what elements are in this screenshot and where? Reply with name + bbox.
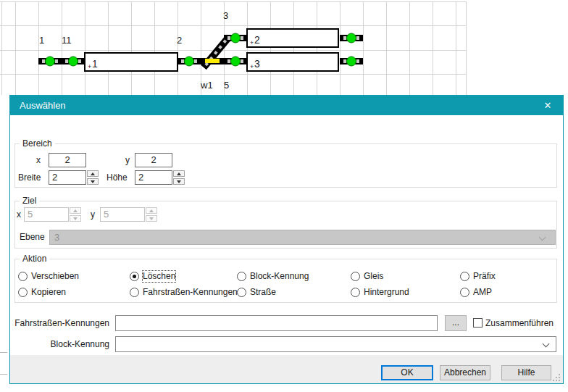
radio-icon[interactable] bbox=[18, 288, 28, 297]
ziel-y-spinner: 5 bbox=[100, 207, 157, 222]
block[interactable] bbox=[247, 53, 338, 71]
ziel-y-label: y bbox=[91, 207, 95, 222]
sensor-dot[interactable] bbox=[347, 57, 356, 66]
track-tie bbox=[227, 36, 230, 40]
resize-grip-icon[interactable] bbox=[553, 374, 560, 381]
group-bereich-label: Bereich bbox=[20, 138, 55, 149]
track-label: 2 bbox=[177, 35, 182, 46]
close-icon[interactable]: ✕ bbox=[532, 96, 563, 115]
radio-icon[interactable] bbox=[130, 288, 139, 297]
block-label: + bbox=[88, 63, 91, 70]
chevron-up-icon bbox=[149, 209, 154, 212]
radio-praefix[interactable]: Präfix bbox=[460, 270, 496, 282]
track-tie bbox=[55, 59, 58, 63]
hoehe-spinner[interactable]: 2 bbox=[135, 170, 185, 185]
track-plan-canvas[interactable]: +1+2+311123w15 bbox=[0, 0, 568, 95]
hoehe-spin-down[interactable] bbox=[173, 178, 185, 185]
hoehe-spin-up[interactable] bbox=[173, 170, 185, 177]
switch-state-yellow bbox=[205, 59, 220, 63]
radio-verschieben[interactable]: Verschieben bbox=[18, 270, 79, 282]
ziel-y-input: 5 bbox=[100, 207, 145, 222]
dialog-footer: OK Abbrechen Hilfe bbox=[10, 355, 563, 383]
ziel-y-spin-down bbox=[146, 215, 157, 222]
radio-icon[interactable] bbox=[18, 272, 28, 281]
track-tie bbox=[194, 59, 197, 63]
block-kennung-label: Block-Kennung bbox=[10, 336, 109, 352]
hoehe-input[interactable]: 2 bbox=[135, 170, 172, 185]
radio-icon[interactable] bbox=[351, 272, 360, 281]
browse-button[interactable]: ... bbox=[445, 315, 467, 331]
chevron-down-icon bbox=[543, 341, 550, 348]
ziel-x-label: x bbox=[17, 207, 21, 222]
dialog-body: Bereich x 2 y 2 Breite 2 Höhe 2 bbox=[10, 115, 563, 383]
track-label: 5 bbox=[224, 80, 229, 91]
track-tie bbox=[343, 59, 346, 63]
breite-input[interactable]: 2 bbox=[49, 170, 86, 185]
breite-spinner[interactable]: 2 bbox=[49, 170, 99, 185]
sensor-dot[interactable] bbox=[185, 57, 194, 66]
radio-icon[interactable] bbox=[460, 272, 469, 281]
track-tie bbox=[241, 59, 243, 63]
sensor-dot[interactable] bbox=[347, 33, 356, 43]
ziel-y-spin-up bbox=[146, 207, 157, 214]
ok-button[interactable]: OK bbox=[381, 365, 433, 380]
sensor-dot[interactable] bbox=[231, 57, 241, 66]
ebene-label: Ebene bbox=[20, 230, 45, 244]
track-label: w1 bbox=[200, 80, 213, 91]
group-aktion: Aktion Verschieben Löschen Block-Kennung… bbox=[14, 259, 557, 303]
bereich-x-input[interactable]: 2 bbox=[49, 153, 86, 167]
track-tie bbox=[65, 59, 68, 63]
zusammenfuehren-label: Zusammenführen bbox=[485, 316, 554, 330]
radio-amp[interactable]: AMP bbox=[460, 286, 492, 298]
radio-loeschen[interactable]: Löschen bbox=[130, 270, 175, 282]
block[interactable] bbox=[247, 29, 338, 47]
fahrstrassen-input[interactable] bbox=[115, 315, 438, 331]
radio-block-kennung[interactable]: Block-Kennung bbox=[237, 270, 309, 282]
radio-icon[interactable] bbox=[351, 288, 360, 297]
sensor-dot[interactable] bbox=[231, 33, 241, 43]
zusammenfuehren-checkbox[interactable] bbox=[473, 318, 483, 328]
radio-icon[interactable] bbox=[460, 288, 469, 297]
track-tie bbox=[356, 36, 359, 40]
radio-kopieren[interactable]: Kopieren bbox=[18, 286, 66, 298]
track-tie bbox=[356, 59, 359, 63]
breite-spin-down[interactable] bbox=[87, 178, 99, 185]
chevron-down-icon bbox=[539, 234, 546, 241]
track-label: 11 bbox=[62, 35, 72, 46]
ebene-value: 3 bbox=[54, 232, 59, 243]
radio-icon[interactable] bbox=[237, 272, 246, 281]
dialog-titlebar[interactable]: Auswählen ✕ bbox=[10, 96, 563, 115]
track-tie bbox=[343, 36, 346, 40]
radio-fahrstrassen-kennungen[interactable]: Fahrstraßen-Kennungen bbox=[130, 286, 238, 298]
block-label: 3 bbox=[254, 58, 260, 70]
block-label: + bbox=[250, 63, 254, 70]
dialog-title: Auswählen bbox=[20, 100, 66, 111]
sensor-dot[interactable] bbox=[46, 57, 55, 66]
block[interactable] bbox=[85, 53, 178, 71]
radio-strasse[interactable]: Straße bbox=[237, 286, 276, 298]
chevron-down-icon bbox=[73, 217, 78, 220]
radio-hintergrund[interactable]: Hintergrund bbox=[351, 286, 409, 298]
bereich-x-label: x bbox=[36, 153, 41, 167]
group-aktion-label: Aktion bbox=[20, 254, 49, 264]
track-tie bbox=[227, 59, 230, 63]
ziel-x-input: 5 bbox=[24, 207, 69, 222]
block-label: + bbox=[250, 39, 254, 46]
abbrechen-button[interactable]: Abbrechen bbox=[440, 365, 490, 380]
breite-spin-up[interactable] bbox=[87, 170, 99, 177]
group-ziel-label: Ziel bbox=[20, 196, 39, 206]
track-tie bbox=[181, 59, 184, 63]
radio-icon-selected[interactable] bbox=[130, 272, 139, 281]
chevron-up-icon bbox=[91, 172, 95, 175]
hilfe-button[interactable]: Hilfe bbox=[501, 365, 551, 380]
block-kennung-combobox[interactable] bbox=[115, 336, 556, 352]
bereich-y-input[interactable]: 2 bbox=[135, 153, 172, 167]
sensor-dot[interactable] bbox=[69, 57, 78, 66]
breite-label: Breite bbox=[18, 170, 41, 185]
track-label: 1 bbox=[39, 35, 44, 46]
track-tie bbox=[78, 59, 81, 63]
radio-gleis[interactable]: Gleis bbox=[351, 270, 383, 282]
group-ziel: Ziel x 5 y 5 Ebene 3 bbox=[14, 201, 557, 249]
background-window-line bbox=[0, 352, 7, 353]
radio-icon[interactable] bbox=[237, 288, 246, 297]
